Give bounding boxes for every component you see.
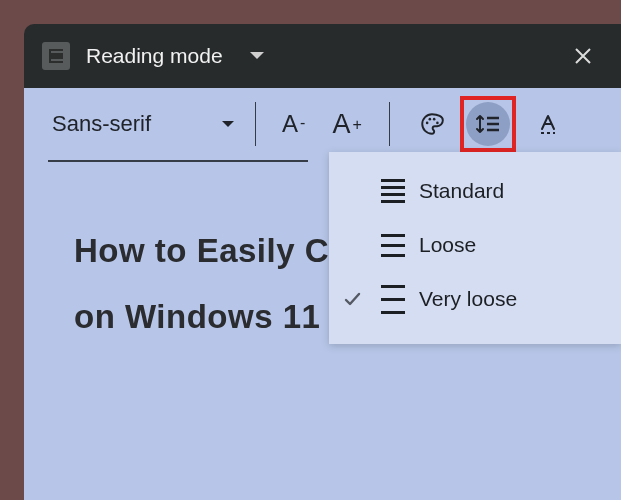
palette-icon: [419, 111, 445, 137]
highlight-box: [464, 100, 512, 148]
mode-dropdown-caret[interactable]: [249, 51, 265, 61]
reading-mode-window: Reading mode Sans-serif A- A+: [24, 24, 621, 500]
svg-point-3: [436, 122, 439, 125]
font-family-value: Sans-serif: [52, 111, 151, 137]
line-spacing-option-standard[interactable]: Standard: [329, 164, 621, 218]
chevron-down-icon: [221, 120, 235, 129]
checkmark-icon: [337, 289, 367, 309]
line-spacing-option-loose[interactable]: Loose: [329, 218, 621, 272]
titlebar: Reading mode: [24, 24, 621, 88]
content-area: Sans-serif A- A+: [24, 88, 621, 500]
decrease-font-button[interactable]: A-: [276, 102, 312, 146]
spacing-very-loose-icon: [381, 280, 405, 319]
svg-point-1: [428, 118, 431, 121]
increase-font-button[interactable]: A+: [326, 102, 368, 146]
svg-point-2: [433, 118, 436, 121]
svg-point-0: [426, 122, 429, 125]
mode-label: Reading mode: [86, 44, 223, 68]
menu-item-label: Loose: [419, 233, 476, 257]
line-spacing-option-very-loose[interactable]: Very loose: [329, 272, 621, 326]
theme-color-button[interactable]: [410, 102, 454, 146]
reading-mode-icon: [42, 42, 70, 70]
divider: [389, 102, 390, 146]
text-underline-icon: [536, 112, 560, 136]
line-spacing-icon: [475, 113, 501, 135]
font-family-select[interactable]: Sans-serif: [52, 111, 235, 137]
divider: [255, 102, 256, 146]
line-spacing-menu: Standard Loose Very loose: [329, 152, 621, 344]
spacing-loose-icon: [381, 230, 405, 260]
spacing-standard-icon: [381, 177, 405, 205]
line-spacing-button[interactable]: [466, 102, 510, 146]
menu-item-label: Very loose: [419, 287, 517, 311]
close-button[interactable]: [563, 36, 603, 76]
menu-item-label: Standard: [419, 179, 504, 203]
toolbar: Sans-serif A- A+: [24, 88, 621, 160]
font-style-button[interactable]: [526, 102, 570, 146]
toolbar-underline: [48, 160, 308, 162]
